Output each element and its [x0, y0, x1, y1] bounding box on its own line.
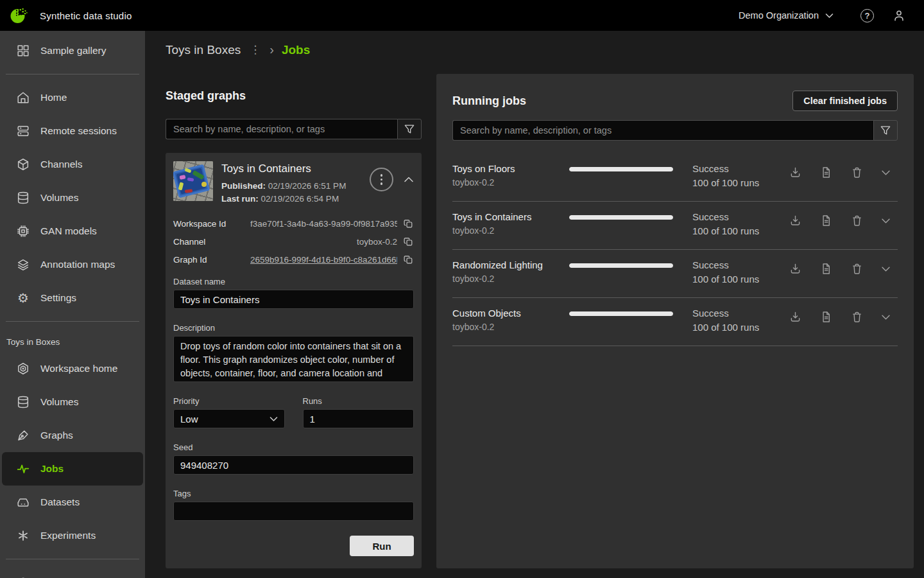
clear-finished-jobs-button[interactable]: Clear finished jobs — [792, 91, 898, 111]
database-icon — [15, 191, 31, 205]
seed-input[interactable] — [173, 455, 414, 475]
sidebar-item-workspace-home[interactable]: Workspace home — [2, 352, 143, 385]
breadcrumb-menu-icon[interactable]: ⋮ — [248, 44, 262, 55]
graph-card-info: Toys in Containers Published: 02/19/2026… — [221, 161, 370, 206]
trash-icon[interactable] — [850, 214, 864, 227]
job-channel: toybox-0.2 — [452, 176, 569, 190]
sidebar-item-ws-volumes[interactable]: Volumes — [2, 385, 143, 419]
running-filter-button[interactable] — [873, 120, 898, 141]
job-list: Toys on Floors toybox-0.2 Success 100 of… — [452, 153, 898, 346]
expand-job-icon[interactable] — [881, 266, 891, 272]
published-label: Published: — [221, 181, 266, 191]
trash-icon[interactable] — [850, 262, 864, 276]
sidebar-item-volumes[interactable]: Volumes — [2, 181, 143, 215]
sidebar-item-profile[interactable]: Profile — [2, 566, 143, 578]
sidebar-item-label: Jobs — [40, 463, 64, 475]
database-icon — [15, 395, 31, 409]
graph-thumbnail — [173, 161, 213, 201]
workspace-section-label: Toys in Boxes — [0, 328, 145, 352]
expand-job-icon[interactable] — [881, 170, 891, 176]
running-search-input[interactable] — [452, 120, 873, 141]
priority-value: Low — [180, 414, 198, 425]
meta-row-graph-id: Graph Id 2659b916-999f-4d16-b9f0-c8a261d… — [173, 250, 414, 268]
job-channel: toybox-0.2 — [452, 224, 569, 238]
sidebar-item-gan-models[interactable]: GAN models — [2, 215, 143, 248]
description-input[interactable]: Drop toys of random color into container… — [173, 336, 414, 382]
sidebar-item-datasets[interactable]: Datasets — [2, 486, 143, 519]
sidebar: Sample gallery Home Remote sessions — [0, 31, 145, 578]
graph-id-link[interactable]: 2659b916-999f-4d16-b9f0-c8a261d66b14 — [250, 255, 397, 265]
log-file-icon[interactable] — [819, 214, 833, 227]
app-title: Synthetic data studio — [40, 10, 132, 21]
copy-icon[interactable] — [403, 236, 414, 247]
job-progress-bar — [569, 215, 673, 220]
dataset-name-input[interactable] — [173, 290, 414, 309]
sidebar-item-experiments[interactable]: Experiments — [2, 519, 143, 552]
sidebar-item-label: GAN models — [40, 225, 97, 237]
collapse-card-button[interactable] — [404, 176, 414, 183]
staged-search-input[interactable] — [166, 119, 397, 139]
graph-meta: Workspace Id f3ae70f1-3a4b-4a63-9a99-0f9… — [173, 215, 414, 268]
sidebar-item-label: Annotation maps — [40, 259, 115, 270]
tags-label: Tags — [173, 489, 414, 499]
runs-input[interactable] — [303, 409, 415, 428]
expand-job-icon[interactable] — [881, 218, 891, 224]
log-file-icon[interactable] — [819, 166, 833, 179]
person-icon — [892, 8, 906, 22]
staged-filter-button[interactable] — [397, 119, 422, 139]
log-file-icon[interactable] — [819, 310, 833, 324]
download-icon[interactable] — [789, 262, 802, 276]
sidebar-item-graphs[interactable]: Graphs — [2, 419, 143, 452]
run-button[interactable]: Run — [350, 536, 414, 556]
layers-icon — [15, 258, 31, 272]
priority-select[interactable]: Low — [173, 409, 285, 428]
graph-card-actions — [370, 168, 414, 191]
org-selector[interactable]: Demo Organization — [739, 10, 834, 21]
download-icon[interactable] — [789, 214, 802, 227]
sidebar-item-channels[interactable]: Channels — [2, 148, 143, 181]
job-progress-bar — [569, 311, 673, 316]
help-button[interactable]: ? — [860, 9, 874, 22]
description-label: Description — [173, 323, 414, 333]
seed-label: Seed — [173, 442, 414, 453]
sidebar-item-label: Settings — [40, 292, 76, 304]
sidebar-item-settings[interactable]: ⚙ Settings — [2, 281, 143, 315]
sidebar-divider — [6, 321, 139, 322]
expand-job-icon[interactable] — [881, 314, 891, 320]
server-icon — [15, 124, 31, 138]
sidebar-item-annotation-maps[interactable]: Annotation maps — [2, 248, 143, 281]
log-file-icon[interactable] — [819, 262, 833, 276]
graph-card-header: Toys in Containers Published: 02/19/2026… — [173, 161, 414, 206]
graph-menu-button[interactable] — [370, 168, 393, 191]
job-status: Success — [692, 210, 789, 224]
sidebar-item-sample-gallery[interactable]: Sample gallery — [2, 34, 143, 67]
trash-icon[interactable] — [850, 166, 864, 179]
breadcrumb-current: Jobs — [282, 43, 310, 57]
sidebar-item-label: Remote sessions — [40, 125, 117, 137]
chip-icon — [15, 224, 31, 238]
gear-icon: ⚙ — [15, 292, 31, 304]
breadcrumb-workspace[interactable]: Toys in Boxes — [166, 43, 241, 57]
meta-row-workspace-id: Workspace Id f3ae70f1-3a4b-4a63-9a99-0f9… — [173, 215, 414, 232]
sidebar-item-home[interactable]: Home — [2, 81, 143, 114]
running-search-row — [452, 120, 898, 141]
sidebar-item-remote-sessions[interactable]: Remote sessions — [2, 114, 143, 148]
download-icon[interactable] — [789, 166, 802, 179]
user-menu-button[interactable] — [892, 8, 906, 22]
job-name: Custom Objects — [452, 306, 569, 320]
job-row: Randomized Lighting toybox-0.2 Success 1… — [452, 250, 898, 298]
priority-label: Priority — [173, 396, 285, 407]
sidebar-item-label: Datasets — [40, 496, 80, 508]
sidebar-item-label: Home — [40, 92, 67, 103]
tags-input[interactable] — [173, 502, 414, 521]
runs-label: Runs — [303, 396, 415, 407]
copy-icon[interactable] — [403, 218, 414, 229]
channel-value: toybox-0.2 — [250, 237, 397, 247]
staged-search-row — [166, 119, 422, 139]
download-icon[interactable] — [789, 310, 802, 324]
job-progress-bar — [569, 263, 673, 268]
sidebar-item-jobs[interactable]: Jobs — [2, 452, 143, 486]
copy-icon[interactable] — [403, 254, 414, 265]
trash-icon[interactable] — [850, 310, 864, 324]
job-status: Success — [692, 306, 789, 320]
